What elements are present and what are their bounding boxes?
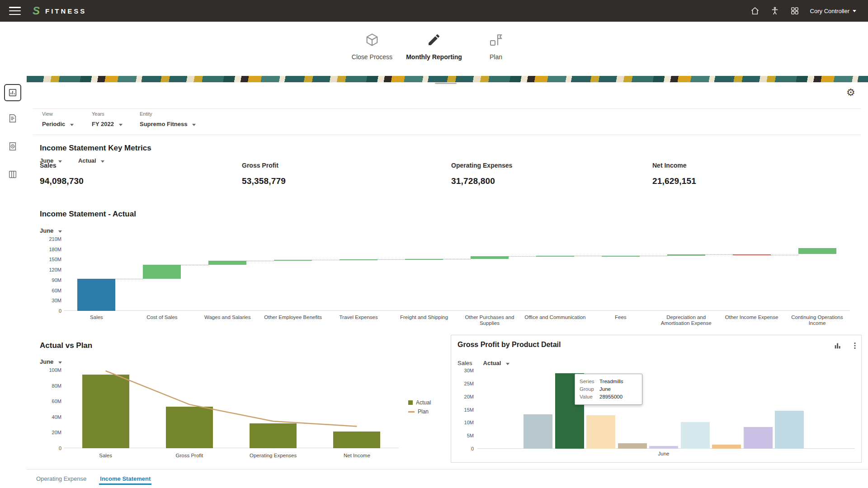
nav-item-label: Monthly Reporting	[406, 53, 462, 61]
waterfall-bar-0[interactable]	[77, 279, 115, 311]
y-axis: 030M60M90M120M150M180M210M	[43, 239, 61, 311]
legend-item-plan: Plan	[408, 408, 431, 415]
tab-label: Income Statement	[100, 475, 151, 482]
cube-icon	[365, 33, 379, 47]
tab-operating-expense[interactable]: Operating Expense	[35, 469, 87, 488]
waterfall-bar-7[interactable]	[536, 256, 574, 257]
chevron-down-icon	[506, 363, 509, 365]
chevron-down-icon	[119, 124, 123, 126]
apps-grid-icon[interactable]	[790, 6, 799, 15]
actual-bar-2[interactable]	[250, 423, 297, 448]
product-bar-8[interactable]	[775, 411, 804, 449]
product-bar-0[interactable]	[524, 414, 552, 449]
x-axis-label: Net Income	[315, 453, 399, 459]
pov-years-selector[interactable]: FY 2022	[92, 121, 123, 127]
waterfall-bar-1[interactable]	[143, 265, 181, 279]
actual-vs-plan-chart[interactable]: 020M40M60M80M100M SalesGross ProfitOpera…	[43, 367, 455, 464]
avp-title: Actual vs Plan	[40, 341, 92, 350]
actual-bar-0[interactable]	[82, 375, 129, 448]
actual-bar-3[interactable]	[333, 432, 380, 448]
waterfall-period-selector[interactable]: June	[40, 227, 62, 234]
pov-years-label: Years	[92, 111, 123, 117]
connector-line	[509, 256, 536, 257]
connector-line	[312, 260, 340, 260]
y-axis-tick: 60M	[52, 399, 61, 404]
waterfall-bar-10[interactable]	[733, 254, 771, 255]
y-axis-tick: 150M	[49, 257, 61, 262]
actual-bar-1[interactable]	[166, 407, 213, 448]
x-axis-group-label: June	[650, 451, 677, 456]
y-axis-tick: 80M	[52, 383, 61, 389]
key-metrics-title: Income Statement Key Metrics	[40, 144, 151, 153]
product-bar-4[interactable]	[649, 446, 678, 449]
y-axis-tick: 0	[59, 446, 61, 451]
sidebar-item-schedule[interactable]	[4, 138, 21, 155]
left-sidebar	[0, 82, 27, 488]
bottom-tab-bar: Operating Expense Income Statement	[27, 469, 868, 488]
metric-label: Gross Profit	[242, 162, 286, 169]
avp-period-selector[interactable]: June	[40, 358, 62, 365]
waterfall-bar-11[interactable]	[798, 248, 836, 254]
y-axis-tick: 180M	[49, 247, 61, 252]
sidebar-item-reports[interactable]	[4, 84, 21, 101]
y-axis-tick: 15M	[464, 407, 474, 413]
sidebar-item-tasks[interactable]	[4, 110, 21, 127]
income-statement-waterfall-chart[interactable]: 030M60M90M120M150M180M210M SalesCost of …	[43, 235, 857, 328]
x-axis-label: Travel Expenses	[327, 314, 391, 320]
hamburger-menu-icon[interactable]	[9, 7, 21, 15]
home-icon[interactable]	[750, 6, 760, 15]
product-bar-5[interactable]	[681, 422, 710, 449]
accessibility-icon[interactable]	[770, 6, 779, 15]
period-selector[interactable]: June	[40, 157, 62, 164]
bar-chart-icon[interactable]	[834, 342, 842, 350]
waterfall-bar-4[interactable]	[340, 259, 377, 260]
gear-icon[interactable]: ⚙	[846, 88, 855, 98]
product-bar-7[interactable]	[744, 427, 773, 449]
y-axis-tick: 20M	[464, 394, 474, 399]
tooltip-value-label: Value	[580, 393, 599, 401]
nav-item-monthly-reporting[interactable]: Monthly Reporting	[410, 33, 458, 61]
product-bar-2[interactable]	[586, 415, 615, 449]
gpd-scenario-selector[interactable]: Actual	[483, 360, 509, 366]
pov-entity-selector[interactable]: Supremo Fitness	[140, 121, 196, 127]
x-axis-label: Office and Communication	[523, 314, 587, 320]
metric-gross-profit: Gross Profit 53,358,779	[242, 162, 286, 186]
waterfall-bar-6[interactable]	[471, 256, 509, 259]
pov-view-selector[interactable]: Periodic	[42, 121, 74, 127]
tooltip-row: Series Treadmills	[580, 378, 637, 385]
scenario-selector[interactable]: Actual	[78, 157, 104, 164]
gpd-scenario-value: Actual	[483, 360, 501, 366]
pov-years: Years FY 2022	[92, 111, 123, 128]
legend-item-actual: Actual	[408, 399, 431, 406]
waterfall-plot[interactable]	[64, 239, 850, 311]
waterfall-bar-2[interactable]	[208, 261, 246, 264]
panel-drag-handle[interactable]	[435, 83, 457, 84]
nav-item-close-process[interactable]: Close Process	[348, 33, 396, 61]
kebab-menu-icon[interactable]	[851, 342, 859, 350]
tooltip-value-value: 28955000	[599, 393, 623, 401]
ledger-icon	[8, 169, 18, 179]
app-logo[interactable]: S FITNESS	[31, 5, 86, 17]
y-axis-tick: 40M	[52, 414, 61, 420]
waterfall-bar-8[interactable]	[602, 256, 640, 257]
y-axis-tick: 60M	[52, 288, 61, 293]
chevron-down-icon	[70, 124, 74, 126]
y-axis-tick: 210M	[49, 236, 61, 242]
product-bar-3[interactable]	[618, 443, 647, 449]
metric-value: 21,629,151	[652, 176, 696, 186]
tab-income-statement[interactable]: Income Statement	[99, 469, 151, 488]
waterfall-bar-3[interactable]	[274, 260, 312, 261]
avp-plot[interactable]	[64, 370, 399, 448]
sidebar-item-ledger[interactable]	[4, 166, 21, 183]
metric-label: Operating Expenses	[451, 162, 512, 169]
y-axis-tick: 0	[471, 446, 474, 451]
waterfall-bar-5[interactable]	[405, 259, 443, 260]
nav-item-label: Close Process	[352, 53, 392, 61]
divider	[33, 108, 861, 109]
gpd-plot[interactable]	[477, 371, 855, 449]
nav-item-plan[interactable]: Plan	[472, 33, 520, 61]
product-bar-6[interactable]	[712, 445, 741, 449]
user-menu[interactable]: Cory Controller	[810, 8, 856, 14]
waterfall-bar-9[interactable]	[667, 254, 705, 256]
metric-label: Net Income	[652, 162, 696, 169]
